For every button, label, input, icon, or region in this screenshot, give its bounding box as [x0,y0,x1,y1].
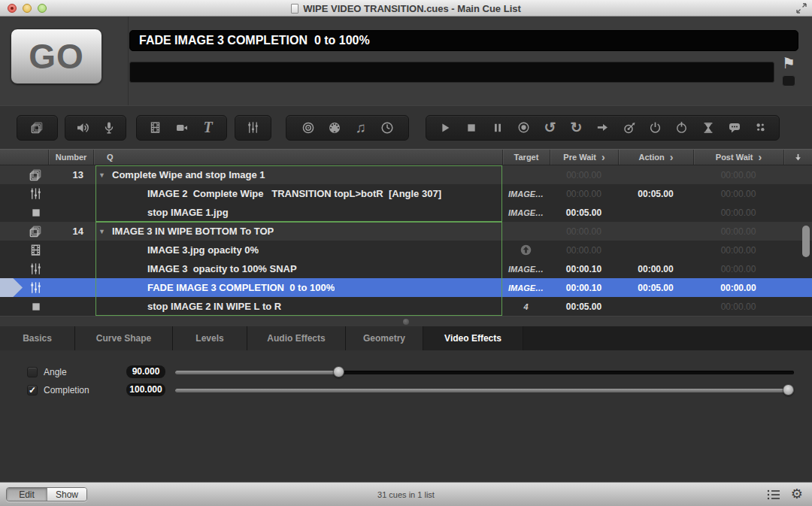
completion-value-field[interactable]: 100.000 [126,383,165,396]
cue-name-cell[interactable]: ▼Complete Wipe and stop Image 1 [93,165,502,184]
cue-target-cell[interactable]: IMAGE… [502,203,550,222]
tab-audio-effects[interactable]: Audio Effects [247,326,346,350]
panel-divider[interactable] [0,316,812,326]
fade-icon[interactable] [240,115,266,141]
pre-wait-cell[interactable]: 00:00.00 [550,222,618,241]
cue-target-cell[interactable]: IMAGE… [502,278,550,297]
text-icon[interactable]: T [195,115,221,141]
table-scrollbar-thumb[interactable] [802,226,810,257]
cue-target-cell[interactable]: IMAGE… [502,259,550,278]
cue-row[interactable]: stop IMAGE 1.jpgIMAGE…00:05.0000:00.00 [0,203,812,222]
tab-video-effects[interactable]: Video Effects [423,326,523,350]
notes-field[interactable] [129,62,774,83]
undo-icon[interactable]: ↺ [537,115,563,141]
cue-number-cell[interactable]: 13 [48,165,93,184]
cue-name-cell[interactable]: IMAGE 3 opacity to 100% SNAP [93,259,502,278]
column-chevron-icon[interactable]: › [601,153,605,161]
cue-target-cell[interactable] [502,241,550,259]
cue-target-cell[interactable]: IMAGE… [502,184,550,203]
column-header-pre-wait[interactable]: Pre Wait› [550,150,618,165]
post-wait-cell[interactable]: 00:00.00 [693,278,783,297]
disarm-icon[interactable] [668,115,695,141]
mic-icon[interactable] [95,115,122,141]
disclosure-triangle-icon[interactable]: ▼ [98,171,107,179]
arm-icon[interactable] [642,115,668,141]
post-wait-cell[interactable]: 00:00.00 [693,259,783,278]
column-chevron-icon[interactable]: › [670,153,674,161]
cue-row[interactable]: 14▼IMAGE 3 IN WIPE BOTTOM To TOP00:00.00… [0,222,812,241]
column-header-q[interactable]: Q [93,150,502,165]
cue-name-cell[interactable]: stop IMAGE 2 IN WIPE L to R [93,297,502,316]
title-bar[interactable]: WIPE VIDEO TRANSITION.cues - Main Cue Li… [0,0,812,17]
cue-target-cell[interactable] [502,222,550,241]
action-cell[interactable]: 00:05.00 [618,184,693,203]
cue-name-cell[interactable]: ▼IMAGE 3 IN WIPE BOTTOM To TOP [93,222,502,241]
cue-name-cell[interactable]: stop IMAGE 1.jpg [93,203,502,222]
cue-row[interactable]: IMAGE 2 Complete Wipe TRANSITION topL>bo… [0,184,812,203]
cue-number-cell[interactable] [48,259,93,278]
cue-number-cell[interactable] [48,241,93,259]
flag-checkbox[interactable] [782,75,795,86]
goto-icon[interactable] [589,115,616,141]
column-header-icon[interactable] [0,150,48,165]
cue-number-cell[interactable] [48,297,93,316]
memo-icon[interactable] [721,115,747,141]
slider-thumb[interactable] [783,384,794,395]
completion-slider[interactable] [175,381,794,399]
column-header-target[interactable]: Target [502,150,550,165]
post-wait-cell[interactable]: 00:00.00 [693,222,783,241]
angle-slider[interactable] [175,363,794,381]
post-wait-cell[interactable]: 00:00.00 [693,297,783,316]
action-cell[interactable]: 00:05.00 [618,278,693,297]
action-cell[interactable] [618,297,693,316]
pre-wait-cell[interactable]: 00:00.00 [550,241,618,259]
fullscreen-icon[interactable] [795,2,807,14]
cue-number-cell[interactable] [48,203,93,222]
audio-icon[interactable] [69,115,95,141]
cue-number-cell[interactable] [48,184,93,203]
target-icon[interactable] [295,115,321,141]
camera-icon[interactable] [168,115,195,141]
action-cell[interactable] [618,203,693,222]
pre-wait-cell[interactable]: 00:00.10 [550,278,618,297]
stop-icon[interactable] [458,115,484,141]
cue-number-cell[interactable] [48,278,93,297]
cue-lists-icon[interactable] [767,489,780,501]
flag-sort-column-header[interactable] [783,150,812,165]
show-mode-button[interactable]: Show [47,488,86,501]
go-button[interactable]: GO [11,29,102,84]
column-chevron-icon[interactable]: › [759,153,762,161]
midi-icon[interactable] [321,115,347,141]
group-icon[interactable] [24,115,50,141]
cue-target-cell[interactable]: 4 [502,297,550,316]
cue-row[interactable]: FADE IMAGE 3 COMPLETION 0 to 100%IMAGE…0… [0,278,812,297]
wait-icon[interactable] [695,115,721,141]
video-icon[interactable] [142,115,168,141]
pre-wait-cell[interactable]: 00:00.00 [550,165,618,184]
pause-icon[interactable] [484,115,511,141]
slider-thumb[interactable] [333,366,344,377]
action-cell[interactable] [618,222,693,241]
pre-wait-cell[interactable]: 00:00.10 [550,259,618,278]
music-icon[interactable]: ♫ [347,115,374,141]
post-wait-cell[interactable]: 00:00.00 [693,203,783,222]
tab-curve-shape[interactable]: Curve Shape [75,326,173,350]
redo-icon[interactable]: ↻ [563,115,589,141]
disclosure-triangle-icon[interactable]: ▼ [98,228,107,235]
post-wait-cell[interactable]: 00:00.00 [693,241,783,259]
flag-icon[interactable]: ⚑ [780,54,798,72]
cue-number-cell[interactable]: 14 [48,222,93,241]
column-header-post-wait[interactable]: Post Wait› [693,150,783,165]
edit-mode-button[interactable]: Edit [7,488,47,501]
angle-checkbox[interactable] [27,367,38,377]
clock-icon[interactable] [374,115,400,141]
cue-row[interactable]: 13▼Complete Wipe and stop Image 100:00.0… [0,165,812,184]
action-cell[interactable] [618,241,693,259]
completion-checkbox[interactable]: ✓ [27,385,38,395]
dart-icon[interactable] [616,115,642,141]
cue-name-cell[interactable]: FADE IMAGE 3 COMPLETION 0 to 100% [93,278,502,297]
script-icon[interactable] [747,115,774,141]
cue-row[interactable]: IMAGE 3 opacity to 100% SNAPIMAGE…00:00.… [0,259,812,278]
cue-row[interactable]: IMAGE 3.jpg opacity 0%00:00.0000:00.00 [0,241,812,259]
cue-row[interactable]: stop IMAGE 2 IN WIPE L to R400:05.0000:0… [0,297,812,316]
